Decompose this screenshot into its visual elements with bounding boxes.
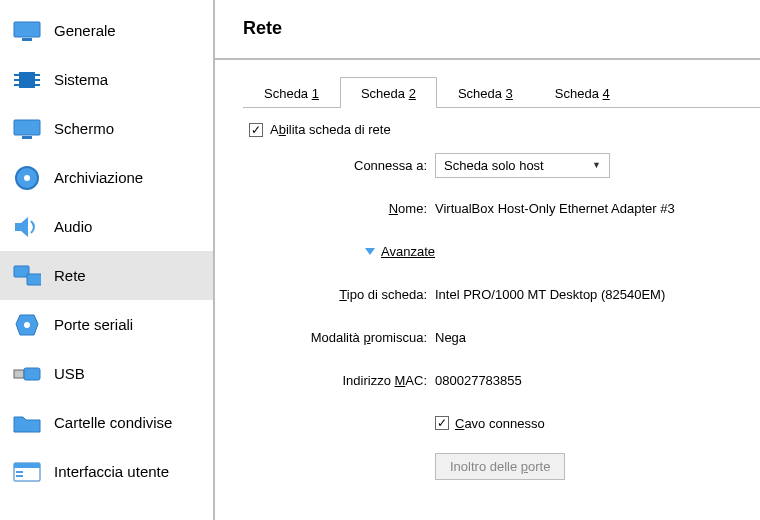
page-title: Rete: [215, 0, 760, 60]
promiscuous-label: Modalità promiscua:: [249, 330, 435, 345]
folder-icon: [13, 409, 41, 437]
svg-rect-10: [22, 136, 32, 139]
advanced-expander[interactable]: Avanzate: [249, 244, 435, 259]
promiscuous-value[interactable]: Nega: [435, 327, 466, 348]
triangle-down-icon: [365, 248, 375, 255]
sidebar-item-label: Sistema: [54, 71, 108, 88]
svg-rect-20: [14, 463, 40, 468]
ui-icon: [13, 458, 41, 486]
disk-icon: [13, 164, 41, 192]
sidebar-item-label: Generale: [54, 22, 116, 39]
sidebar-item-label: Audio: [54, 218, 92, 235]
sidebar-item-schermo[interactable]: Schermo: [0, 104, 213, 153]
svg-rect-9: [14, 120, 40, 135]
sidebar-item-label: Rete: [54, 267, 86, 284]
sidebar-item-audio[interactable]: Audio: [0, 202, 213, 251]
monitor-icon: [13, 17, 41, 45]
name-value[interactable]: VirtualBox Host-Only Ethernet Adapter #3: [435, 198, 675, 219]
sidebar-item-label: USB: [54, 365, 85, 382]
sidebar-item-cartelle-condivise[interactable]: Cartelle condivise: [0, 398, 213, 447]
svg-rect-0: [14, 22, 40, 37]
svg-rect-17: [14, 370, 24, 378]
usb-icon: [13, 360, 41, 388]
cable-connected-checkbox[interactable]: ✓: [435, 416, 449, 430]
enable-adapter-checkbox[interactable]: ✓: [249, 123, 263, 137]
sidebar-item-label: Interfaccia utente: [54, 463, 169, 480]
mac-label: Indirizzo MAC:: [249, 373, 435, 388]
main-panel: Rete Scheda 1 Scheda 2 Scheda 3 Scheda 4…: [215, 0, 760, 520]
attached-to-label: Connessa a:: [249, 158, 435, 173]
port-forwarding-button[interactable]: Inoltro delle porte: [435, 453, 565, 480]
tabs: Scheda 1 Scheda 2 Scheda 3 Scheda 4: [243, 76, 760, 108]
attached-to-select[interactable]: Scheda solo host ▼: [435, 153, 610, 178]
sidebar: Generale Sistema Schermo Archiviazione A…: [0, 0, 215, 520]
svg-rect-21: [16, 471, 23, 473]
svg-rect-1: [22, 38, 32, 41]
speaker-icon: [13, 213, 41, 241]
display-icon: [13, 115, 41, 143]
sidebar-item-sistema[interactable]: Sistema: [0, 55, 213, 104]
chip-icon: [13, 66, 41, 94]
svg-rect-22: [16, 475, 23, 477]
adapter-type-label: Tipo di scheda:: [249, 287, 435, 302]
chevron-down-icon: ▼: [592, 160, 601, 170]
svg-marker-13: [15, 217, 28, 237]
sidebar-item-label: Cartelle condivise: [54, 414, 172, 431]
enable-adapter-label: Abilita scheda di rete: [270, 122, 391, 137]
tab-scheda-1[interactable]: Scheda 1: [243, 77, 340, 108]
svg-point-12: [24, 175, 30, 181]
network-icon: [13, 262, 41, 290]
tab-scheda-3[interactable]: Scheda 3: [437, 77, 534, 108]
sidebar-item-label: Porte seriali: [54, 316, 133, 333]
adapter-type-value[interactable]: Intel PRO/1000 MT Desktop (82540EM): [435, 284, 665, 305]
svg-rect-18: [24, 368, 40, 380]
sidebar-item-generale[interactable]: Generale: [0, 6, 213, 55]
svg-point-16: [24, 322, 30, 328]
mac-value[interactable]: 080027783855: [435, 370, 522, 391]
svg-rect-2: [19, 72, 35, 88]
serial-port-icon: [13, 311, 41, 339]
sidebar-item-label: Schermo: [54, 120, 114, 137]
sidebar-item-usb[interactable]: USB: [0, 349, 213, 398]
cable-connected-label: Cavo connesso: [455, 416, 545, 431]
sidebar-item-interfaccia-utente[interactable]: Interfaccia utente: [0, 447, 213, 496]
name-label: Nome:: [249, 201, 435, 216]
svg-rect-15: [27, 274, 41, 285]
tab-scheda-4[interactable]: Scheda 4: [534, 77, 631, 108]
sidebar-item-rete[interactable]: Rete: [0, 251, 213, 300]
form: ✓ Abilita scheda di rete Connessa a: Sch…: [235, 108, 760, 480]
sidebar-item-porte-seriali[interactable]: Porte seriali: [0, 300, 213, 349]
sidebar-item-label: Archiviazione: [54, 169, 143, 186]
sidebar-item-archiviazione[interactable]: Archiviazione: [0, 153, 213, 202]
tab-scheda-2[interactable]: Scheda 2: [340, 77, 437, 108]
